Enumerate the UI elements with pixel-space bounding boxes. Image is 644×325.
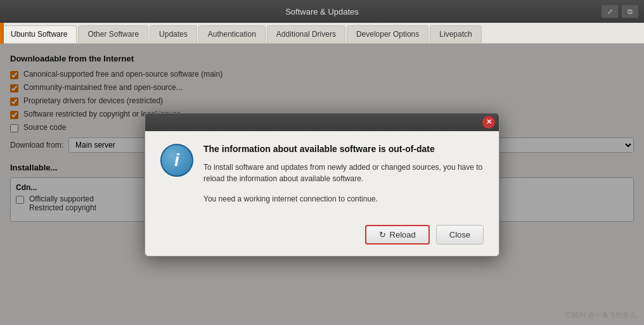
tab-updates[interactable]: Updates <box>150 25 197 43</box>
tab-livepatch[interactable]: Livepatch <box>430 25 481 43</box>
dialog: ✕ i The information about available soft… <box>145 113 499 257</box>
tab-authentication[interactable]: Authentication <box>198 25 266 43</box>
reload-icon: ↻ <box>379 230 386 239</box>
dialog-icon: i <box>160 144 193 177</box>
dialog-buttons: ↻ Reload Close <box>145 217 499 256</box>
dialog-overlay: ✕ i The information about available soft… <box>0 44 644 325</box>
main-window: Software & Updates ⤢ ⧉ Ubuntu Software O… <box>0 0 644 325</box>
title-bar: Software & Updates ⤢ ⧉ <box>0 0 644 23</box>
info-icon: i <box>160 144 193 177</box>
dialog-header: ✕ <box>145 113 499 131</box>
dialog-body: i The information about available softwa… <box>145 131 499 217</box>
tab-bar: Ubuntu Software Other Software Updates A… <box>0 23 644 44</box>
tab-developer-options[interactable]: Developer Options <box>347 25 428 43</box>
reload-button[interactable]: ↻ Reload <box>365 225 430 245</box>
dialog-title: The information about available software… <box>203 144 484 154</box>
tab-other-software[interactable]: Other Software <box>78 25 148 43</box>
reload-label: Reload <box>390 230 416 239</box>
window-title: Software & Updates <box>43 7 601 16</box>
close-button[interactable]: Close <box>436 225 484 245</box>
restore-button[interactable]: ⧉ <box>621 4 639 18</box>
title-bar-controls: ⤢ ⧉ <box>601 4 639 18</box>
dialog-note: You need a working internet connection t… <box>203 193 484 205</box>
tab-ubuntu-software[interactable]: Ubuntu Software <box>1 25 77 43</box>
content-area: Downloadable from the Internet Canonical… <box>0 44 644 325</box>
dialog-close-x-button[interactable]: ✕ <box>482 116 495 129</box>
dialog-message: To install software and updates from new… <box>203 162 484 184</box>
maximize-button[interactable]: ⤢ <box>601 4 619 18</box>
dialog-content: The information about available software… <box>203 144 484 205</box>
tab-additional-drivers[interactable]: Additional Drivers <box>267 25 345 43</box>
